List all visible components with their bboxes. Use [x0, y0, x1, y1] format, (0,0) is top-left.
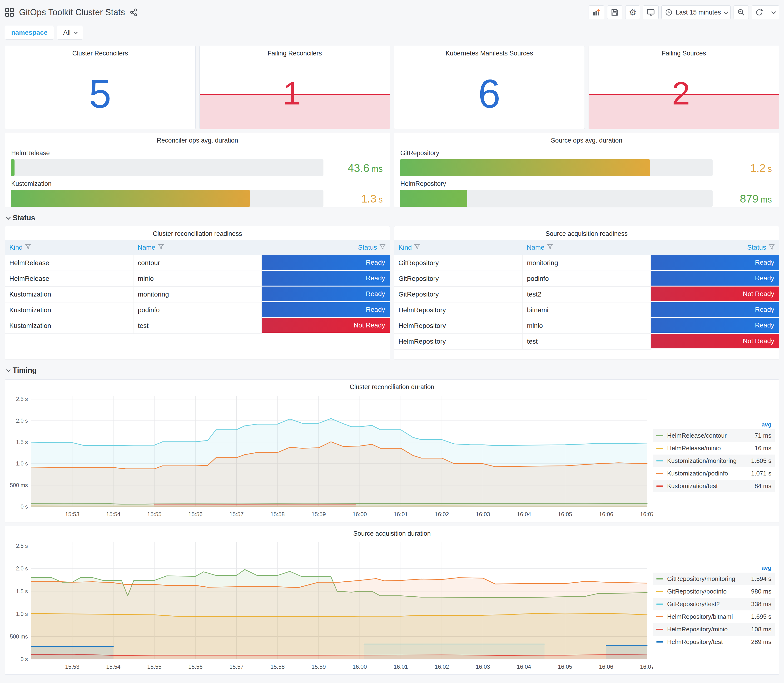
table-row: GitRepositorymonitoringReady — [394, 255, 779, 271]
legend-avg-header[interactable]: avg — [653, 420, 775, 429]
tv-mode-button[interactable] — [643, 5, 659, 19]
svg-text:15:58: 15:58 — [270, 511, 285, 517]
cell-status: Ready — [261, 271, 390, 287]
legend-item[interactable]: Kustomization/podinfo1.071 s — [653, 467, 775, 480]
dashboard-header: GitOps Toolkit Cluster Stats ⚙ Last 15 m… — [5, 3, 779, 21]
variable-namespace-value: All — [63, 29, 71, 37]
svg-text:1.0 s: 1.0 s — [16, 460, 28, 467]
panel-title[interactable]: Cluster Reconcilers — [5, 46, 196, 57]
legend-item[interactable]: Kustomization/monitoring1.605 s — [653, 455, 775, 467]
add-panel-button[interactable] — [588, 5, 604, 19]
refresh-interval-dropdown[interactable] — [767, 5, 779, 19]
gauge-panel: Source ops avg. durationGitRepository1.2… — [394, 133, 779, 207]
gauge-value-number: 43.6 — [348, 162, 369, 174]
svg-text:16:07: 16:07 — [640, 664, 653, 670]
panel-title[interactable]: Cluster reconciliation readiness — [5, 226, 390, 237]
table-row: KustomizationtestNot Ready — [5, 318, 390, 333]
legend-series-dash — [656, 629, 663, 630]
panel-title[interactable]: Source acquisition readiness — [394, 226, 779, 237]
legend-series-dash — [656, 591, 663, 592]
column-header-name[interactable]: Name — [133, 240, 261, 255]
svg-text:16:03: 16:03 — [476, 664, 490, 670]
gauge-value: 1.3s — [324, 192, 384, 205]
panel-title[interactable]: Source acquisition duration — [5, 526, 779, 537]
table-row: KustomizationpodinfoReady — [5, 302, 390, 318]
svg-text:16:02: 16:02 — [434, 511, 449, 517]
legend-series-avg: 338 ms — [751, 600, 771, 608]
timeseries-chart[interactable]: 0 s500 ms1.0 s1.5 s2.0 s2.5 s15:5315:541… — [7, 392, 653, 520]
cell-name: minio — [133, 271, 261, 287]
timeseries-chart[interactable]: 0 s500 ms1.0 s1.5 s2.0 s2.5 s15:5315:541… — [7, 539, 653, 673]
cell-kind: HelmRepository — [394, 333, 523, 350]
column-header-status[interactable]: Status — [651, 240, 779, 255]
variable-namespace-label[interactable]: namespace — [5, 26, 54, 40]
save-dashboard-button[interactable] — [607, 5, 622, 19]
legend-series-dash — [656, 641, 663, 643]
svg-text:15:56: 15:56 — [188, 664, 202, 670]
variable-namespace-value-dropdown[interactable]: All — [57, 26, 83, 40]
cell-name: monitoring — [523, 255, 651, 271]
legend-item[interactable]: HelmRelease/contour71 ms — [653, 429, 775, 442]
filter-funnel-icon[interactable] — [158, 244, 164, 252]
filter-funnel-icon[interactable] — [768, 244, 775, 252]
legend-series-avg: 1.695 s — [751, 613, 771, 620]
cell-status: Ready — [651, 271, 779, 287]
svg-text:15:54: 15:54 — [106, 664, 120, 670]
panel-title[interactable]: Source ops avg. duration — [394, 133, 779, 144]
chart-body: 0 s500 ms1.0 s1.5 s2.0 s2.5 s15:5315:541… — [7, 539, 777, 673]
legend-item[interactable]: GitRepository/podinfo980 ms — [653, 585, 775, 598]
zoom-out-button[interactable] — [734, 5, 749, 19]
svg-text:16:05: 16:05 — [558, 664, 572, 670]
panel-title[interactable]: Failing Sources — [589, 46, 779, 57]
apps-grid-icon[interactable] — [5, 8, 14, 17]
legend-item[interactable]: HelmRepository/test289 ms — [653, 636, 775, 648]
cell-name: monitoring — [133, 287, 261, 302]
legend-item[interactable]: HelmRelease/minio16 ms — [653, 442, 775, 455]
legend-series-name: HelmRepository/test — [667, 638, 723, 646]
legend-series-name: HelmRelease/minio — [667, 444, 721, 452]
panel-title[interactable]: Kubernetes Manifests Sources — [394, 46, 585, 57]
column-header-kind[interactable]: Kind — [5, 240, 133, 255]
chart-body: 0 s500 ms1.0 s1.5 s2.0 s2.5 s15:5315:541… — [7, 392, 777, 520]
legend-series-name: Kustomization/test — [667, 483, 718, 490]
section-timing[interactable]: Timing — [6, 365, 779, 375]
table-row: HelmReleaseminioReady — [5, 271, 390, 287]
column-header-name[interactable]: Name — [523, 240, 651, 255]
gauge-value: 879ms — [713, 192, 773, 205]
svg-text:16:02: 16:02 — [434, 664, 449, 670]
filter-funnel-icon[interactable] — [25, 244, 31, 252]
gauge-value-number: 1.3 — [361, 192, 377, 205]
legend-series-name: HelmRepository/minio — [667, 626, 728, 633]
cell-kind: GitRepository — [394, 287, 523, 302]
legend-avg-header[interactable]: avg — [653, 563, 775, 572]
column-header-kind[interactable]: Kind — [394, 240, 523, 255]
chart-plot-area[interactable]: 0 s500 ms1.0 s1.5 s2.0 s2.5 s15:5315:541… — [7, 392, 653, 520]
chevron-down-icon — [74, 30, 78, 34]
svg-text:15:58: 15:58 — [270, 664, 285, 670]
time-range-picker[interactable]: Last 15 minutes — [661, 5, 731, 19]
filter-funnel-icon[interactable] — [414, 244, 420, 252]
gauge-value: 1.2s — [713, 161, 773, 175]
cell-status: Ready — [261, 302, 390, 318]
cell-kind: HelmRepository — [394, 318, 523, 333]
legend-item[interactable]: HelmRepository/minio108 ms — [653, 623, 775, 636]
column-header-status[interactable]: Status — [261, 240, 390, 255]
dashboard-settings-button[interactable]: ⚙ — [625, 5, 640, 19]
refresh-button[interactable] — [752, 5, 767, 19]
table-panel: Cluster reconciliation readinessKindName… — [5, 226, 390, 359]
legend-item[interactable]: GitRepository/monitoring1.594 s — [653, 572, 775, 585]
time-range-label: Last 15 minutes — [675, 9, 721, 16]
chart-plot-area[interactable]: 0 s500 ms1.0 s1.5 s2.0 s2.5 s15:5315:541… — [7, 539, 653, 673]
filter-funnel-icon[interactable] — [379, 244, 386, 252]
legend-item[interactable]: GitRepository/test2338 ms — [653, 598, 775, 611]
panel-title[interactable]: Cluster reconciliation duration — [5, 380, 779, 391]
legend-item[interactable]: HelmRepository/bitnami1.695 s — [653, 611, 775, 623]
legend-item[interactable]: Kustomization/test84 ms — [653, 480, 775, 492]
filter-funnel-icon[interactable] — [547, 244, 553, 252]
cell-name: minio — [523, 318, 651, 333]
legend-series-avg: 1.071 s — [751, 470, 771, 477]
share-icon[interactable] — [130, 8, 138, 16]
panel-title[interactable]: Failing Reconcilers — [200, 46, 390, 57]
section-status[interactable]: Status — [6, 213, 779, 223]
panel-title[interactable]: Reconciler ops avg. duration — [5, 133, 390, 144]
